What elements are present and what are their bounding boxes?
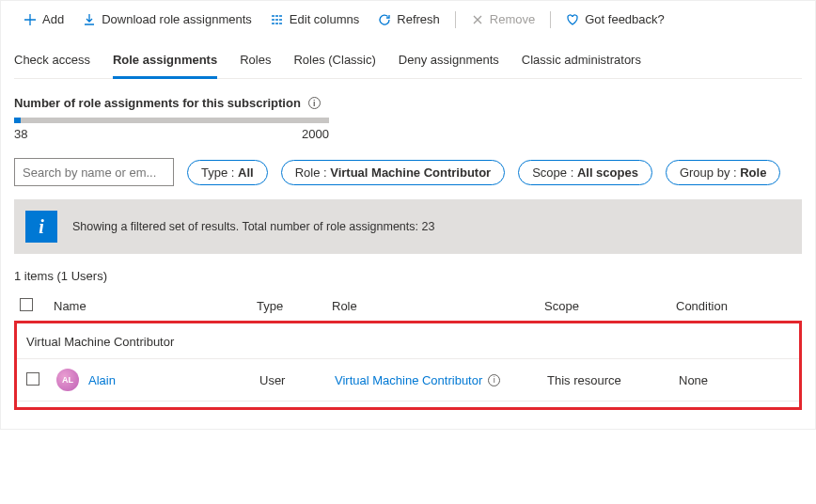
result-count: 1 items (1 Users) <box>14 254 802 291</box>
info-bar: i Showing a filtered set of results. Tot… <box>14 199 802 254</box>
download-label: Download role assignments <box>102 12 252 26</box>
filter-type[interactable]: Type : All <box>187 160 268 185</box>
tab-classic-administrators[interactable]: Classic administrators <box>522 47 641 78</box>
quota-title-row: Number of role assignments for this subs… <box>14 79 802 118</box>
remove-button: Remove <box>462 8 544 30</box>
row-type: User <box>254 359 329 402</box>
plus-icon <box>24 13 37 26</box>
toolbar-divider <box>550 11 551 28</box>
user-name-link[interactable]: Alain <box>88 373 116 387</box>
tab-check-access[interactable]: Check access <box>14 47 90 78</box>
progress-fill <box>14 118 21 123</box>
col-condition[interactable]: Condition <box>670 291 802 323</box>
row-checkbox[interactable] <box>26 372 39 386</box>
quota-progress: 38 2000 <box>14 118 329 141</box>
edit-columns-button[interactable]: Edit columns <box>261 8 369 30</box>
info-icon: i <box>25 211 57 243</box>
info-icon[interactable]: i <box>308 97 321 109</box>
columns-icon <box>271 13 284 26</box>
row-scope: This resource <box>541 359 673 402</box>
tab-deny-assignments[interactable]: Deny assignments <box>399 47 499 78</box>
assignments-table: Name Type Role Scope Condition <box>14 291 802 323</box>
quota-title: Number of role assignments for this subs… <box>14 96 301 110</box>
select-all-checkbox[interactable] <box>20 298 33 311</box>
add-button[interactable]: Add <box>14 8 73 30</box>
download-icon <box>83 13 96 26</box>
command-bar: Add Download role assignments Edit colum… <box>14 1 802 39</box>
download-button[interactable]: Download role assignments <box>73 8 261 30</box>
info-message: Showing a filtered set of results. Total… <box>72 220 434 233</box>
highlighted-result: Virtual Machine Contributor AL Alain Use… <box>14 321 802 410</box>
feedback-button[interactable]: Got feedback? <box>557 8 674 30</box>
quota-current: 38 <box>14 127 27 141</box>
heart-icon <box>566 13 579 26</box>
col-name[interactable]: Name <box>48 291 251 323</box>
table-row[interactable]: AL Alain User Virtual Machine Contributo… <box>17 359 799 402</box>
filter-bar: Type : All Role : Virtual Machine Contri… <box>14 141 802 199</box>
tab-roles-classic[interactable]: Roles (Classic) <box>293 47 375 78</box>
tab-roles[interactable]: Roles <box>240 47 271 78</box>
feedback-label: Got feedback? <box>585 12 665 26</box>
quota-max: 2000 <box>302 127 329 141</box>
filter-groupby[interactable]: Group by : Role <box>666 160 780 185</box>
tab-bar: Check access Role assignments Roles Role… <box>14 39 802 79</box>
search-input[interactable] <box>14 158 174 186</box>
col-type[interactable]: Type <box>251 291 326 323</box>
col-scope[interactable]: Scope <box>539 291 670 323</box>
row-condition: None <box>673 359 799 402</box>
refresh-icon <box>378 13 391 26</box>
toolbar-divider <box>455 11 456 28</box>
refresh-button[interactable]: Refresh <box>369 8 449 30</box>
remove-icon <box>471 13 484 26</box>
remove-label: Remove <box>490 12 535 26</box>
avatar: AL <box>56 369 79 391</box>
group-row: Virtual Machine Contributor <box>17 323 799 359</box>
col-role[interactable]: Role <box>326 291 539 323</box>
info-icon[interactable]: i <box>488 374 500 386</box>
filter-scope[interactable]: Scope : All scopes <box>518 160 652 185</box>
add-label: Add <box>42 12 64 26</box>
role-link[interactable]: Virtual Machine Contributor <box>335 373 482 387</box>
group-header: Virtual Machine Contributor <box>17 323 799 359</box>
edit-columns-label: Edit columns <box>290 12 359 26</box>
refresh-label: Refresh <box>397 12 440 26</box>
filter-role[interactable]: Role : Virtual Machine Contributor <box>281 160 506 185</box>
tab-role-assignments[interactable]: Role assignments <box>113 47 217 79</box>
